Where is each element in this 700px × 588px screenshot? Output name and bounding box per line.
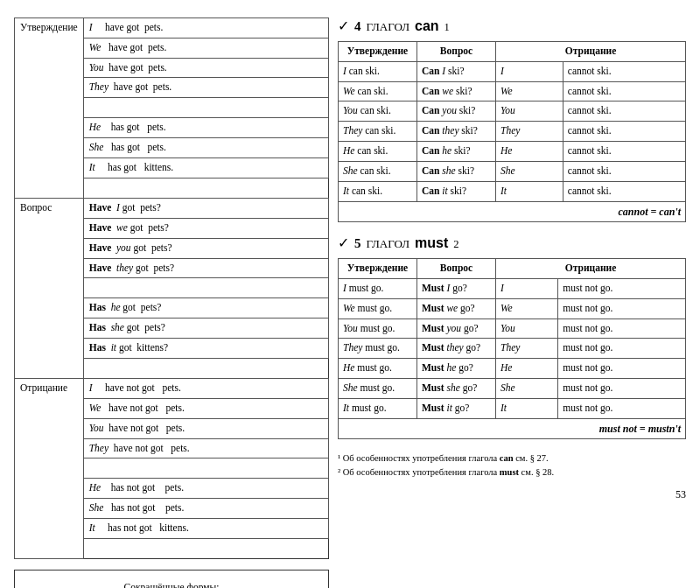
verb: has got [108,162,136,172]
subject: I [89,382,93,393]
can-question: Can she ski? [417,161,496,181]
must-question: Must we go? [417,298,496,318]
subject: They [89,443,108,453]
can-neg-subj: We [496,81,564,102]
subject: You [89,62,104,73]
mustnt-note-row: must not = mustn't [339,418,686,439]
footnote-ref-1: 1 [444,21,450,34]
can-neg-verb: cannot ski. [563,122,685,142]
can-neg-subj: He [496,142,564,162]
cell-empty [83,98,328,118]
cell-empty [83,458,328,479]
verb: have not got [105,382,155,393]
can-question: Can he ski? [417,142,496,162]
can-neg-subj: I [496,61,564,81]
must-neg-verb: must not go. [558,398,686,418]
must-neg-verb: must not go. [558,359,686,379]
object: pets? [140,202,161,213]
verb: Has [89,302,106,312]
must-question: Must I go? [417,278,496,298]
subject: I [116,202,120,213]
object: pets. [147,142,165,152]
header-question: Вопрос [417,259,496,279]
verb: have got [108,42,143,52]
must-affirm: It must go. [339,398,417,418]
can-question: Can they ski? [417,122,496,142]
verb: have not got [108,402,158,413]
can-table: Утверждение Вопрос Отрицание I can ski. … [338,41,686,222]
table-row: I must go. Must I go? I must not go. [339,278,686,298]
must-neg-subj: We [496,298,558,318]
cant-note-row: cannot = can't [339,201,686,222]
page-number-right: 53 [338,488,686,501]
must-neg-subj: He [496,359,558,379]
cell: He has not got pets. [83,479,328,499]
section-question: Вопрос [15,199,84,379]
verb: Has [89,342,106,353]
object: pets. [148,42,166,52]
object: pets. [144,22,163,32]
subject: It [89,162,95,172]
must-affirm: You must go. [339,318,417,339]
cell: I have got pets. [83,18,328,38]
cell: They have not got pets. [83,438,328,458]
table-row: They can ski. Can they ski? They cannot … [339,122,686,142]
must-neg-subj: She [496,378,558,398]
subject: He [89,122,101,132]
table-row: You can ski. Can you ski? You cannot ski… [339,102,686,122]
cell: She has not got pets. [83,499,328,519]
page-spread: Утверждение I have got pets. We have got… [0,0,700,588]
verb-can: can [415,18,439,34]
cell: It has not got kittens. [83,518,328,538]
table-row: He must go. Must he go? He must not go. [339,359,686,379]
cell: Has it got kittens? [83,338,328,358]
cell: Have we got pets? [83,218,328,238]
section-number: 4 [354,19,361,34]
object: pets. [166,423,185,433]
subject: it [111,342,116,353]
must-question: Must he go? [417,359,496,379]
table-row: She must go. Must she go? She must not g… [339,378,686,398]
must-question: Must it go? [417,398,496,418]
cell: Have they got pets? [83,258,328,278]
mustnt-equivalence: must not = mustn't [339,418,686,439]
verb: Have [89,262,112,273]
can-neg-verb: cannot ski. [563,102,685,122]
must-neg-verb: must not go. [558,318,686,339]
table-row: It must go. Must it go? It must not go. [339,398,686,418]
abbreviations-box: Сокращённые формы: I've got, we've got, … [14,570,329,588]
table-row: It can ski. Can it ski? It cannot ski. [339,181,686,201]
table-row: She can ski. Can she ski? She cannot ski… [339,161,686,181]
must-neg-verb: must not go. [558,298,686,318]
must-affirm: I must go. [339,278,417,298]
must-neg-subj: It [496,398,558,418]
object: pets? [148,222,169,233]
can-neg-verb: cannot ski. [563,81,685,102]
object: pets? [151,242,172,253]
verb: Have [89,202,112,213]
verb: have not got [108,423,158,433]
cell: Have I got pets? [83,199,328,219]
table-row: Отрицание I have not got pets. [15,379,329,399]
header-negative: Отрицание [496,42,686,62]
verb: Have [89,242,112,253]
footnote-2: ² Об особенностях употребления глагола m… [338,466,686,480]
verb: has not got [111,502,155,513]
subject: They [89,81,108,92]
can-affirm: You can ski. [339,102,417,122]
object: pets. [153,81,172,92]
subject: you [116,242,131,253]
subject: we [116,222,128,233]
can-neg-subj: She [496,161,564,181]
can-affirm: We can ski. [339,81,417,102]
must-question: Must they go? [417,339,496,359]
subject: You [89,423,104,433]
header-affirmative: Утверждение [339,42,417,62]
must-affirm: They must go. [339,339,417,359]
subject: She [89,502,104,513]
must-neg-subj: I [496,278,558,298]
subject: she [111,322,124,332]
cell: Has she got pets? [83,318,328,338]
can-question: Can I ski? [417,61,496,81]
subject: It [89,522,95,533]
